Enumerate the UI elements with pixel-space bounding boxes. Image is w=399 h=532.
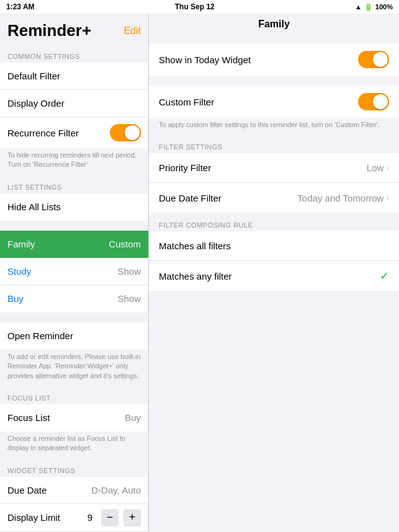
display-limit-row: Display Limit 9 − + xyxy=(0,504,148,532)
left-pane: Reminder+ Edit Common Settings Default F… xyxy=(0,14,149,532)
priority-filter-value: Low › xyxy=(367,162,389,173)
matches-all-row[interactable]: Matches all filters xyxy=(149,231,399,261)
widget-settings-header: Widget Settings xyxy=(0,458,148,477)
recurrence-filter-row[interactable]: Recurrence Filter xyxy=(0,117,148,148)
hide-all-lists-group: Hide All Lists xyxy=(0,193,148,221)
stepper-controls: 9 − + xyxy=(84,509,141,526)
due-date-filter-row[interactable]: Due Date Filter Today and Tomorrow › xyxy=(149,183,399,213)
open-reminder-label: Open Reminder xyxy=(7,330,73,341)
matches-any-row[interactable]: Matches any filter ✓ xyxy=(149,261,399,291)
show-today-widget-row[interactable]: Show in Today Widget xyxy=(149,43,399,76)
buy-list-item[interactable]: Buy Show xyxy=(0,285,148,313)
main-layout: Reminder+ Edit Common Settings Default F… xyxy=(0,14,399,532)
display-order-label: Display Order xyxy=(7,98,65,109)
status-bar: 1:23 AM Thu Sep 12 ▲ 🔋 100% xyxy=(0,0,399,14)
display-limit-label: Display Limit xyxy=(7,512,60,523)
recurrence-hint: To hide recurring reminders till next pe… xyxy=(0,148,148,175)
show-today-widget-toggle[interactable] xyxy=(358,51,389,68)
priority-filter-label: Priority Filter xyxy=(159,162,211,173)
focus-list-hint: Choose a reminder list as Focus List to … xyxy=(0,432,148,458)
right-title: Family xyxy=(258,19,290,29)
due-date-filter-label: Due Date Filter xyxy=(159,193,222,203)
battery-icon: 🔋 xyxy=(364,3,373,11)
family-value: Custom xyxy=(109,239,141,249)
display-order-row[interactable]: Display Order xyxy=(0,90,148,117)
hide-all-lists-label: Hide All Lists xyxy=(7,202,61,212)
open-reminder-group: Open Reminder xyxy=(0,322,148,350)
focus-list-group: Focus List Buy xyxy=(0,404,148,432)
custom-filter-toggle[interactable] xyxy=(358,93,389,110)
matches-all-label: Matches all filters xyxy=(159,241,231,251)
left-header: Reminder+ Edit xyxy=(0,14,148,44)
buy-label: Buy xyxy=(7,293,24,304)
custom-filter-label: Custom Filter xyxy=(159,97,214,107)
focus-list-header: Focus List xyxy=(0,386,148,404)
study-value: Show xyxy=(117,266,141,277)
lists-group: Family Custom Study Show Buy Show xyxy=(0,231,148,313)
right-header: Family xyxy=(149,14,399,33)
filter-composing-header: Filter Composing Rule xyxy=(149,213,399,231)
right-pane: Family Show in Today Widget Custom Filte… xyxy=(149,14,399,532)
study-list-item[interactable]: Study Show xyxy=(0,258,148,285)
stepper-plus-button[interactable]: + xyxy=(123,509,141,526)
display-limit-value: 9 xyxy=(84,512,96,523)
filter-settings-header: Filter Settings xyxy=(149,135,399,153)
open-reminder-row[interactable]: Open Reminder xyxy=(0,322,148,350)
stepper-minus-button[interactable]: − xyxy=(101,509,119,526)
common-settings-header: Common Settings xyxy=(0,44,148,63)
focus-list-row[interactable]: Focus List Buy xyxy=(0,404,148,432)
status-date: Thu Sep 12 xyxy=(175,2,215,11)
buy-value: Show xyxy=(117,293,141,304)
default-filter-row[interactable]: Default Filter xyxy=(0,63,148,90)
edit-button[interactable]: Edit xyxy=(123,25,141,37)
wifi-icon: ▲ xyxy=(355,3,362,11)
widget-settings-group: Due Date D-Day, Auto Display Limit 9 − + xyxy=(0,477,148,532)
focus-list-label: Focus List xyxy=(7,412,50,423)
custom-filter-row[interactable]: Custom Filter xyxy=(149,86,399,118)
family-list-item[interactable]: Family Custom xyxy=(0,231,148,258)
recurrence-filter-label: Recurrence Filter xyxy=(7,128,79,138)
list-settings-header: List Settings xyxy=(0,175,148,193)
priority-filter-row[interactable]: Priority Filter Low › xyxy=(149,153,399,183)
focus-list-value: Buy xyxy=(125,412,141,423)
priority-chevron-icon: › xyxy=(386,163,389,173)
show-today-widget-label: Show in Today Widget xyxy=(159,55,251,65)
default-filter-label: Default Filter xyxy=(7,71,60,81)
app-title: Reminder+ xyxy=(7,21,91,40)
due-date-row[interactable]: Due Date D-Day, Auto xyxy=(0,477,148,504)
study-label: Study xyxy=(7,266,31,277)
custom-filter-hint: To apply custom filter settings to this … xyxy=(149,118,399,135)
filter-settings-group: Priority Filter Low › Due Date Filter To… xyxy=(149,153,399,213)
custom-filter-group: Custom Filter xyxy=(149,86,399,118)
open-reminder-hint: To add or edit reminders, Please use bui… xyxy=(0,350,148,386)
due-date-value: D-Day, Auto xyxy=(91,485,141,495)
due-date-label: Due Date xyxy=(7,485,47,495)
common-settings-group: Default Filter Display Order Recurrence … xyxy=(0,63,148,148)
filter-composing-group: Matches all filters Matches any filter ✓ xyxy=(149,231,399,291)
due-date-chevron-icon: › xyxy=(386,193,389,203)
recurrence-filter-toggle[interactable] xyxy=(110,124,141,141)
hide-all-lists-row[interactable]: Hide All Lists xyxy=(0,193,148,221)
due-date-filter-value: Today and Tomorrow › xyxy=(297,193,389,203)
family-label: Family xyxy=(7,239,35,249)
battery-percent: 100% xyxy=(375,3,393,11)
checkmark-icon: ✓ xyxy=(380,269,389,283)
status-time: 1:23 AM xyxy=(6,2,35,11)
matches-any-label: Matches any filter xyxy=(159,271,232,282)
today-widget-group: Show in Today Widget xyxy=(149,43,399,76)
